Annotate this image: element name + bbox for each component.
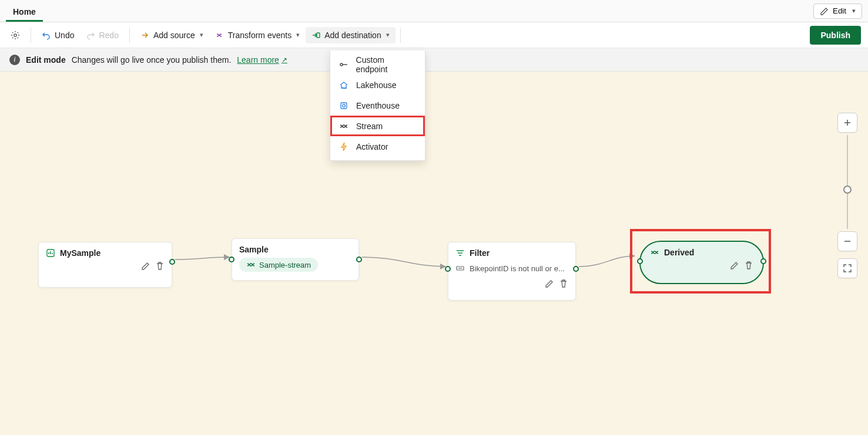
fit-screen-icon <box>843 264 852 273</box>
redo-button: Redo <box>80 27 124 43</box>
add-source-button[interactable]: Add source ▾ <box>135 27 209 43</box>
transform-icon <box>215 31 224 40</box>
zoom-slider-thumb[interactable] <box>843 186 852 194</box>
redo-icon <box>86 31 95 40</box>
delete-node-button[interactable] <box>744 261 753 272</box>
dropdown-item-stream[interactable]: Stream <box>330 116 425 136</box>
pencil-icon <box>820 6 829 16</box>
svg-point-4 <box>343 104 346 107</box>
dropdown-item-custom-endpoint[interactable]: Custom endpoint <box>330 54 425 75</box>
node-mysample[interactable]: MySample <box>38 242 172 288</box>
filter-condition-text: BikepointID is not null or e... <box>470 264 565 273</box>
transform-events-button[interactable]: Transform events ▾ <box>209 27 306 43</box>
tab-bar: Home Edit <box>0 0 868 22</box>
dropdown-item-label: Stream <box>356 122 383 131</box>
stream-icon <box>339 122 349 131</box>
zoom-out-button[interactable] <box>837 231 857 251</box>
separator <box>31 28 31 43</box>
learn-more-link[interactable]: Learn more ↗ <box>237 55 287 65</box>
barchart-icon <box>46 248 55 258</box>
filter-condition-row: BikepointID is not null or e... <box>455 261 568 275</box>
input-port[interactable] <box>445 266 451 272</box>
dropdown-item-activator[interactable]: Activator <box>330 136 425 157</box>
node-sample[interactable]: Sample Sample-stream <box>232 238 359 281</box>
edit-node-button[interactable] <box>545 279 554 290</box>
stream-chip: Sample-stream <box>239 258 318 272</box>
tab-home[interactable]: Home <box>6 2 43 22</box>
add-destination-label: Add destination <box>324 31 381 40</box>
chevron-down-icon: ▾ <box>386 31 390 39</box>
condition-icon <box>455 264 465 273</box>
dropdown-item-lakehouse[interactable]: Lakehouse <box>330 75 425 95</box>
dropdown-item-label: Eventhouse <box>356 101 400 110</box>
zoom-controls <box>837 113 857 278</box>
pencil-icon <box>730 261 739 270</box>
lakehouse-icon <box>339 80 349 90</box>
activator-icon <box>339 142 349 151</box>
node-title-label: MySample <box>60 248 100 258</box>
delete-node-button[interactable] <box>559 279 568 290</box>
info-message: Changes will go live once you publish th… <box>72 55 232 65</box>
dropdown-item-label: Activator <box>356 142 388 151</box>
separator <box>400 28 401 43</box>
edit-node-button[interactable] <box>141 261 150 272</box>
node-derived[interactable]: Derived <box>639 241 764 284</box>
dropdown-item-eventhouse[interactable]: Eventhouse <box>330 95 425 116</box>
add-source-label: Add source <box>153 31 195 40</box>
toolbar: Undo Redo Add source ▾ Transform events … <box>0 22 868 48</box>
plus-icon <box>843 118 852 127</box>
undo-button[interactable]: Undo <box>36 27 80 43</box>
undo-icon <box>42 31 51 40</box>
minus-icon <box>843 237 852 246</box>
learn-more-label: Learn more <box>237 55 279 65</box>
delete-node-button[interactable] <box>155 261 165 272</box>
settings-button[interactable] <box>5 27 26 43</box>
node-title-label: Filter <box>470 248 490 258</box>
edit-mode-label: Edit mode <box>26 55 66 65</box>
stream-icon <box>246 260 256 269</box>
stream-icon <box>650 248 659 257</box>
chevron-down-icon: ▾ <box>296 31 300 39</box>
eventhouse-icon <box>339 101 349 110</box>
trash-icon <box>559 279 568 288</box>
edit-node-button[interactable] <box>730 261 739 272</box>
separator <box>129 28 130 43</box>
add-destination-button[interactable]: Add destination ▾ <box>306 27 396 43</box>
add-source-icon <box>140 31 150 40</box>
add-destination-dropdown: Custom endpoint Lakehouse Eventhouse Str… <box>330 50 425 161</box>
output-port[interactable] <box>169 259 175 265</box>
chevron-down-icon: ▾ <box>200 31 203 39</box>
trash-icon <box>744 261 753 270</box>
chip-label: Sample-stream <box>259 261 311 269</box>
node-title-label: Derived <box>664 248 694 257</box>
redo-label: Redo <box>99 31 118 40</box>
node-title-label: Sample <box>239 245 269 254</box>
add-destination-icon <box>311 31 321 40</box>
info-icon: i <box>9 55 20 65</box>
node-filter[interactable]: Filter BikepointID is not null or e... <box>448 242 576 301</box>
output-port[interactable] <box>760 258 766 264</box>
endpoint-icon <box>339 60 349 69</box>
zoom-fit-button[interactable] <box>837 258 857 278</box>
svg-rect-3 <box>341 103 347 109</box>
external-link-icon: ↗ <box>281 56 287 64</box>
publish-button[interactable]: Publish <box>810 26 861 45</box>
edit-button-label: Edit <box>833 6 846 15</box>
output-port[interactable] <box>356 257 362 262</box>
edit-button[interactable]: Edit <box>813 4 862 19</box>
canvas-container: MySample Sample Sample-stream F <box>0 72 868 435</box>
highlight-box-derived: Derived <box>630 229 771 294</box>
zoom-slider-track[interactable] <box>847 135 848 229</box>
svg-point-0 <box>14 33 16 36</box>
pencil-icon <box>545 279 554 288</box>
gear-icon <box>11 31 20 40</box>
input-port[interactable] <box>229 257 234 262</box>
pencil-icon <box>141 261 150 271</box>
trash-icon <box>155 261 165 271</box>
output-port[interactable] <box>573 266 579 272</box>
input-port[interactable] <box>637 258 643 264</box>
design-canvas[interactable]: MySample Sample Sample-stream F <box>0 72 868 435</box>
svg-point-2 <box>340 63 343 66</box>
zoom-in-button[interactable] <box>837 113 857 133</box>
undo-label: Undo <box>55 31 74 40</box>
